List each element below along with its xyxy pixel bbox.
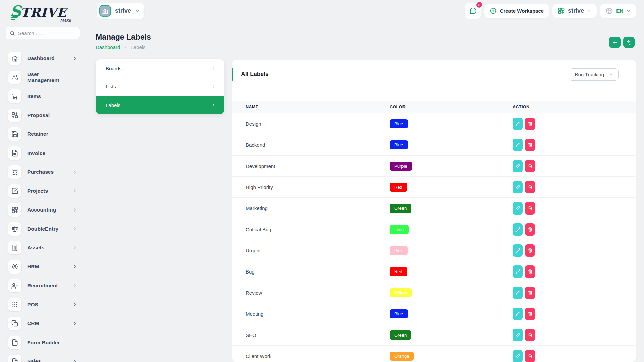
table-row: Review Yellow [232, 282, 636, 303]
trash-icon [528, 354, 533, 359]
create-workspace-button[interactable]: Create Workspace [484, 4, 549, 18]
pencil-icon [515, 248, 520, 253]
search-input[interactable] [6, 27, 80, 39]
edit-button[interactable] [513, 308, 523, 320]
label-name: Marketing [246, 205, 390, 211]
color-badge: Red [390, 267, 407, 276]
delete-button[interactable] [525, 202, 535, 215]
chevron-down-icon [626, 9, 631, 13]
sidebar-item-crm[interactable]: CRM [0, 314, 87, 333]
board-filter-value: Bug Tracking [575, 72, 604, 77]
sidebar-item-label: Sales [27, 358, 41, 362]
breadcrumb-dashboard-link[interactable]: Dashboard [96, 44, 120, 50]
sidebar-item-dashboard[interactable]: Dashboard [0, 49, 87, 68]
table-row: Marketing Green [232, 198, 636, 219]
trash-icon [528, 206, 533, 211]
trash-icon [528, 290, 533, 295]
delete-button[interactable] [525, 139, 535, 151]
submenu-item-labels[interactable]: Labels [96, 96, 224, 114]
edit-button[interactable] [513, 350, 523, 362]
edit-button[interactable] [513, 223, 523, 236]
submenu-item-boards[interactable]: Boards [96, 59, 224, 78]
pencil-icon [515, 185, 520, 190]
sidebar-item-projects[interactable]: Projects [0, 182, 87, 201]
sidebar-item-sales[interactable]: Sales [0, 352, 87, 362]
sidebar-item-recruitment[interactable]: Recruitment [0, 276, 87, 295]
edit-button[interactable] [513, 118, 523, 130]
edit-button[interactable] [513, 244, 523, 257]
chevron-right-icon [73, 284, 77, 288]
labels-table: Design Blue Backend Blue Development Pur… [232, 113, 636, 362]
table-row: Critical Bug Lime [232, 219, 636, 240]
sidebar-item-proposal[interactable]: Proposal [0, 106, 87, 125]
delete-button[interactable] [525, 181, 535, 193]
language-selector[interactable]: EN [600, 4, 636, 18]
save-icon [11, 131, 18, 138]
sidebar-item-label: Retainer [27, 131, 48, 137]
edit-button[interactable] [513, 265, 523, 278]
sidebar-item-label: Accounting [27, 207, 56, 213]
sidebar-item-assets[interactable]: Assets [0, 238, 87, 257]
color-badge: Blue [390, 140, 408, 149]
sidebar-item-hrm[interactable]: HRM [0, 257, 87, 277]
sidebar-item-user-management[interactable]: User Management [0, 68, 87, 87]
panel-header: All Labels Bug Tracking [232, 60, 636, 101]
sidebar-item-invoice[interactable]: Invoice [0, 144, 87, 163]
table-row: High Priority Red [232, 177, 636, 198]
cart-icon [11, 169, 18, 176]
logo-tagline: MAKE [60, 19, 71, 22]
edit-button[interactable] [513, 329, 523, 341]
app-switcher[interactable]: strive [552, 4, 597, 18]
chevron-down-icon [609, 72, 613, 77]
sidebar-item-form-builder[interactable]: Form Builder [0, 333, 87, 352]
pencil-icon [515, 311, 520, 316]
sidebar-item-accounting[interactable]: Accounting [0, 200, 87, 220]
delete-button[interactable] [525, 118, 535, 130]
sidebar-item-doubleentry[interactable]: DoubleEntry [0, 220, 87, 239]
delete-button[interactable] [525, 287, 535, 299]
chat-button[interactable]: 0 [465, 3, 481, 19]
sidebar-item-purchases[interactable]: Purchases [0, 163, 87, 182]
edit-button[interactable] [513, 160, 523, 172]
sidebar-item-pos[interactable]: POS [0, 295, 87, 314]
language-label: EN [616, 8, 623, 14]
accent-bar [232, 68, 233, 81]
delete-button[interactable] [525, 329, 535, 341]
sidebar-item-label: HRM [27, 264, 39, 270]
board-filter-dropdown[interactable]: Bug Tracking [569, 68, 619, 81]
app-logo[interactable]: STRIVE MAKE [10, 4, 80, 23]
sidebar-item-items[interactable]: Items [0, 87, 87, 106]
edit-button[interactable] [513, 139, 523, 151]
chevron-right-icon [73, 56, 77, 61]
label-name: Meeting [246, 311, 390, 317]
delete-button[interactable] [525, 308, 535, 320]
delete-button[interactable] [525, 244, 535, 257]
breadcrumb-current: Labels [130, 44, 145, 50]
back-button[interactable] [623, 37, 635, 48]
search-icon [9, 30, 15, 36]
pencil-icon [515, 354, 520, 359]
delete-button[interactable] [525, 350, 535, 362]
pencil-icon [515, 269, 520, 274]
add-label-button[interactable] [609, 37, 621, 48]
chevron-down-icon [135, 9, 140, 13]
edit-button[interactable] [513, 202, 523, 215]
trash-icon [528, 269, 533, 274]
chevron-right-icon [73, 359, 77, 362]
pencil-icon [515, 206, 520, 211]
table-row: Bug Red [232, 261, 636, 282]
trash-icon [528, 227, 533, 232]
plus-icon [612, 40, 618, 45]
delete-button[interactable] [525, 160, 535, 172]
edit-button[interactable] [513, 287, 523, 299]
delete-button[interactable] [525, 223, 535, 236]
chevron-down-icon [587, 9, 591, 13]
submenu-item-lists[interactable]: Lists [96, 78, 224, 96]
color-badge: Green [390, 330, 411, 340]
delete-button[interactable] [525, 265, 535, 278]
page-title: Manage Labels [96, 33, 151, 42]
chevron-right-icon [73, 170, 77, 174]
workspace-selector[interactable]: strive [97, 3, 144, 19]
sidebar-item-retainer[interactable]: Retainer [0, 125, 87, 144]
edit-button[interactable] [513, 181, 523, 193]
